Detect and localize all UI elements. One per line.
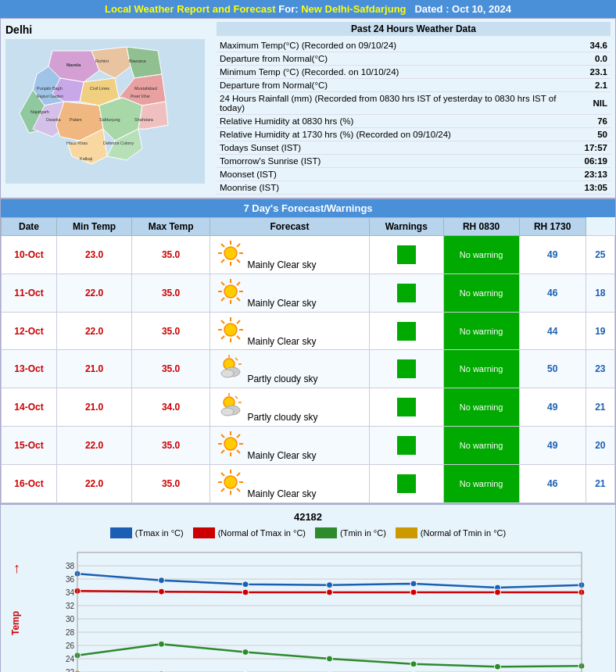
svg-line-54 — [221, 320, 224, 323]
forecast-section: 7 Day's Forecast/Warnings DateMin TempMa… — [0, 198, 616, 504]
svg-rect-141 — [77, 552, 582, 672]
svg-point-117 — [410, 581, 417, 587]
svg-text:Hauz Khas: Hauz Khas — [66, 141, 88, 145]
svg-text:26: 26 — [66, 642, 75, 650]
weather-data-table: Maximum Temp(°C) (Recorded on 09/10/24)3… — [217, 39, 611, 195]
svg-point-40 — [224, 285, 237, 298]
legend-item: (Normal of Tmax in °C) — [193, 527, 306, 538]
svg-text:Civil Lines: Civil Lines — [90, 86, 109, 91]
forecast-row: 14-Oct 21.0 34.0 Partly cloudy sky No wa… — [2, 388, 615, 427]
svg-text:30: 30 — [66, 615, 75, 624]
svg-text:Preet Vihar: Preet Vihar — [131, 94, 150, 98]
svg-text:38: 38 — [66, 562, 75, 570]
svg-point-131 — [410, 661, 417, 667]
weather-data-row: Moonrise (IST)13:05 — [217, 181, 611, 195]
forecast-row: 12-Oct 22.0 35.0 Mainly Clear sky No war… — [2, 312, 615, 350]
svg-text:Shahdara: Shahdara — [134, 117, 154, 122]
svg-text:Defence Colony: Defence Colony — [103, 141, 134, 145]
header-date: Oct 10, 2024 — [452, 3, 511, 15]
svg-text:Kalkaji: Kalkaji — [80, 156, 92, 161]
map-area: Delhi — [1, 19, 212, 198]
svg-point-114 — [159, 577, 165, 583]
svg-text:Bawana: Bawana — [129, 59, 146, 63]
svg-point-63 — [221, 370, 234, 377]
svg-line-36 — [221, 244, 224, 247]
svg-line-37 — [237, 259, 240, 263]
svg-point-70 — [224, 438, 237, 450]
svg-point-122 — [242, 589, 249, 595]
forecast-table: DateMin TempMax TempForecastWarningsRH 0… — [1, 217, 615, 503]
svg-line-55 — [237, 336, 240, 339]
weather-data-row: Maximum Temp(°C) (Recorded on 09/10/24)3… — [217, 39, 611, 52]
weather-data-row: Relative Humidity at 1730 hrs (%) (Recor… — [217, 128, 611, 141]
map-title: Delhi — [5, 23, 32, 36]
header-location: New Delhi-Safdarjung — [301, 3, 406, 15]
svg-line-87 — [221, 488, 224, 491]
svg-line-76 — [237, 450, 240, 453]
forecast-row: 16-Oct 22.0 35.0 Mainly Clear sky No war… — [2, 464, 615, 502]
legend-item: (Normal of Tmin in °C) — [396, 527, 506, 538]
forecast-row: 15-Oct 22.0 35.0 Mainly Clear sky No war… — [2, 427, 615, 465]
svg-point-116 — [327, 581, 333, 588]
svg-point-31 — [224, 247, 237, 259]
chart-title: 42182 — [7, 511, 609, 523]
svg-line-45 — [221, 282, 224, 285]
weather-data-row: Departure from Normal(°C)2.1 — [217, 79, 611, 92]
svg-line-38 — [237, 244, 240, 247]
svg-point-69 — [221, 408, 234, 416]
weather-data-title: Past 24 Hours Weather Data — [217, 22, 611, 36]
legend-item: (Tmin in °C) — [315, 527, 386, 538]
svg-text:Mustafabad: Mustafabad — [134, 86, 157, 91]
forecast-row: 13-Oct 21.0 35.0 Partly cloudy sky No wa… — [2, 350, 615, 388]
svg-line-56 — [237, 320, 240, 323]
svg-line-57 — [221, 336, 224, 339]
delhi-map: Narela Rohini Bawana Punjabi Bagh Civil … — [5, 39, 205, 184]
svg-text:Najafgarh: Najafgarh — [30, 109, 49, 114]
weather-data-row: Departure from Normal(°C)0.0 — [217, 52, 611, 66]
svg-point-121 — [159, 588, 165, 595]
weather-data-row: Moonset (IST)23:13 — [217, 168, 611, 181]
svg-point-115 — [242, 581, 249, 588]
svg-line-75 — [221, 434, 224, 438]
svg-line-48 — [221, 298, 224, 301]
svg-text:34: 34 — [66, 588, 75, 597]
svg-text:32: 32 — [66, 602, 75, 610]
svg-text:24: 24 — [66, 655, 75, 663]
svg-point-129 — [242, 649, 249, 655]
svg-line-61 — [235, 358, 238, 360]
svg-text:Narela: Narela — [66, 63, 81, 67]
svg-point-79 — [224, 476, 237, 488]
svg-text:Safdurjung: Safdurjung — [99, 117, 120, 122]
svg-text:Rohini: Rohini — [95, 59, 109, 63]
svg-line-77 — [237, 434, 240, 438]
weather-data-section: Past 24 Hours Weather Data Maximum Temp(… — [212, 19, 615, 198]
svg-text:36: 36 — [66, 575, 75, 584]
page-header: Local Weather Report and Forecast For: N… — [0, 0, 616, 18]
svg-point-128 — [159, 641, 165, 647]
svg-point-49 — [224, 323, 237, 336]
chart-legend: (Tmax in °C)(Normal of Tmax in °C)(Tmin … — [7, 527, 609, 538]
forecast-row: 11-Oct 22.0 35.0 Mainly Clear sky No war… — [2, 273, 615, 312]
weather-data-row: Todays Sunset (IST)17:57 — [217, 141, 611, 155]
svg-point-123 — [327, 589, 333, 595]
weather-data-row: Minimum Temp (°C) (Recorded. on 10/10/24… — [217, 66, 611, 79]
svg-point-124 — [410, 589, 417, 595]
svg-line-46 — [237, 298, 240, 301]
legend-item: (Tmax in °C) — [110, 527, 184, 538]
svg-text:28: 28 — [66, 628, 75, 637]
svg-marker-12 — [138, 102, 168, 129]
weather-data-row: Tomorrow's Sunrise (IST)06:19 — [217, 155, 611, 168]
svg-text:Punjabi Bagh: Punjabi Bagh — [37, 86, 63, 91]
svg-line-67 — [235, 396, 238, 399]
chart-container: ↑ Temp 38363432302826242210-Oct11-Oct12-… — [7, 545, 609, 672]
svg-line-78 — [221, 450, 224, 453]
svg-point-125 — [495, 589, 501, 595]
svg-line-39 — [221, 259, 224, 263]
top-section: Delhi — [0, 18, 616, 198]
svg-point-130 — [327, 656, 333, 662]
y-axis-label: Temp — [10, 552, 21, 672]
header-title: Local Weather Report and Forecast — [105, 3, 276, 15]
weather-data-row: Relative Humidity at 0830 hrs (%)76 — [217, 115, 611, 128]
svg-line-85 — [237, 488, 240, 491]
svg-text:Palam: Palam — [70, 117, 82, 122]
